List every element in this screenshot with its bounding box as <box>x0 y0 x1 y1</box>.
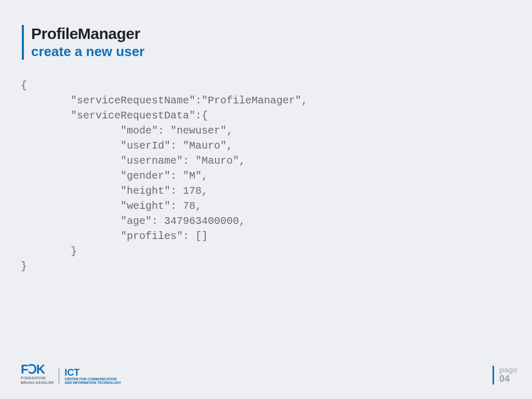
ict-title: ICT <box>64 368 121 377</box>
page-subtitle: create a new user <box>31 44 144 60</box>
footer: FƆK FONDAZIONE BRUNO KESSLER ICT CENTER … <box>21 364 517 384</box>
title-block: ProfileManager create a new user <box>22 25 144 60</box>
fbk-name-line2: BRUNO KESSLER <box>21 381 54 384</box>
fbk-glyph-icon: FƆK <box>21 364 45 375</box>
ict-line1: CENTER FOR COMMUNICATION <box>64 377 121 381</box>
fbk-logo: FƆK FONDAZIONE BRUNO KESSLER <box>21 364 54 384</box>
page-label: page <box>499 366 517 375</box>
page-number: 04 <box>499 374 517 384</box>
fbk-name-line1: FONDAZIONE <box>21 376 46 380</box>
page-title: ProfileManager <box>31 25 144 43</box>
logo-divider <box>59 368 59 384</box>
ict-logo: ICT CENTER FOR COMMUNICATION AND INFORMA… <box>64 368 121 384</box>
ict-line2: AND INFORMATION TECHNOLOGY <box>64 381 121 384</box>
footer-logo: FƆK FONDAZIONE BRUNO KESSLER ICT CENTER … <box>21 364 121 384</box>
code-sample: { "serviceRequestName":"ProfileManager",… <box>21 78 511 274</box>
page-indicator: page 04 <box>493 366 517 384</box>
